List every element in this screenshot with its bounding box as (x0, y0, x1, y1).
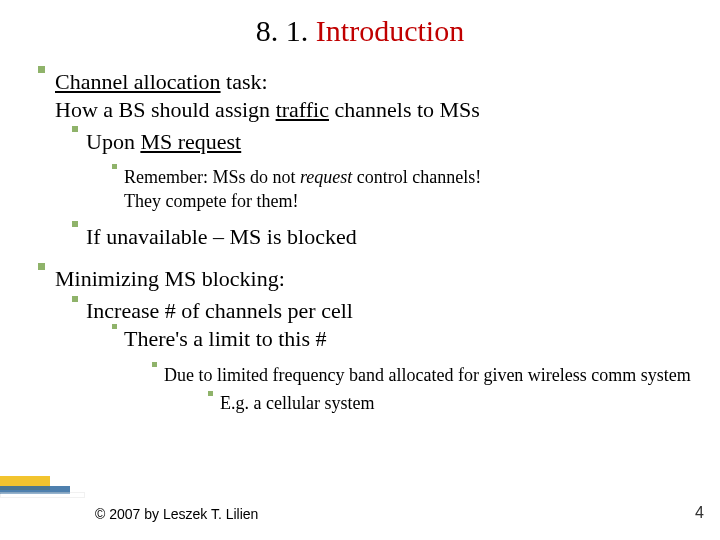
bullet-level3: Remember: MSs do not request control cha… (112, 166, 710, 213)
bullet-level2: If unavailable – MS is blocked (72, 223, 710, 251)
square-bullet-icon (38, 263, 45, 270)
copyright-text: © 2007 by Leszek T. Lilien (95, 506, 258, 522)
page-number: 4 (695, 504, 704, 522)
title-text: Introduction (316, 14, 464, 47)
bullet-text: Channel allocation task: How a BS should… (55, 68, 710, 124)
bullet-text: Increase # of channels per cell (86, 298, 710, 324)
slide-title: 8. 1. Introduction (0, 0, 720, 68)
square-bullet-icon (152, 362, 157, 367)
square-bullet-icon (38, 66, 45, 73)
bullet-text: If unavailable – MS is blocked (86, 223, 710, 251)
bullet-text: E.g. a cellular system (220, 393, 710, 414)
bullet-text: Upon MS request (86, 128, 710, 156)
bullet-level5: E.g. a cellular system (208, 393, 710, 414)
square-bullet-icon (72, 221, 78, 227)
bullet-level2: Increase # of channels per cell (72, 298, 710, 324)
slide-content: Channel allocation task: How a BS should… (0, 68, 720, 414)
square-bullet-icon (112, 324, 117, 329)
decoration-block (0, 492, 85, 498)
bullet-level2: Upon MS request (72, 128, 710, 156)
square-bullet-icon (112, 164, 117, 169)
bullet-text: Due to limited frequency band allocated … (164, 364, 710, 387)
bullet-text: There's a limit to this # (124, 326, 710, 352)
footer-decoration (0, 476, 90, 500)
bullet-text: Remember: MSs do not request control cha… (124, 166, 710, 213)
bullet-level1: Minimizing MS blocking: (38, 265, 710, 293)
square-bullet-icon (72, 126, 78, 132)
title-number: 8. 1. (256, 14, 316, 47)
square-bullet-icon (208, 391, 213, 396)
bullet-level1: Channel allocation task: How a BS should… (38, 68, 710, 124)
bullet-text: Minimizing MS blocking: (55, 265, 710, 293)
bullet-level4: Due to limited frequency band allocated … (152, 364, 710, 387)
bullet-level3: There's a limit to this # (112, 326, 710, 352)
square-bullet-icon (72, 296, 78, 302)
